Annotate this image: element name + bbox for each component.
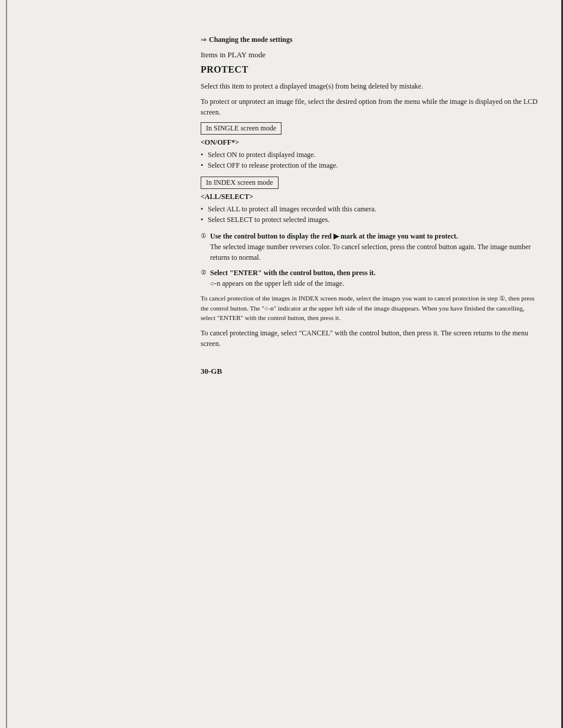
- all-select-bullets: Select ALL to protect all images recorde…: [201, 204, 539, 225]
- left-border: [6, 0, 7, 728]
- left-margin: [0, 0, 201, 728]
- step1-bold: Use the control button to display the re…: [210, 232, 458, 240]
- page: ⇒ Changing the mode settings Items in PL…: [0, 0, 563, 728]
- step2-sub: ○-n appears on the upper left side of th…: [210, 279, 344, 288]
- step1-content: Use the control button to display the re…: [210, 231, 539, 263]
- protect-desc2: To protect or unprotect an image file, s…: [201, 96, 539, 117]
- step2-bold: Select "ENTER" with the control button, …: [210, 269, 375, 277]
- protect-section: PROTECT Select this item to protect a di…: [201, 64, 539, 349]
- protect-desc1: Select this item to protect a displayed …: [201, 81, 539, 92]
- step1-item: ① Use the control button to display the …: [201, 231, 539, 263]
- all-select-bullet1: Select ALL to protect all images recorde…: [201, 204, 539, 214]
- step1-num: ①: [201, 231, 207, 263]
- all-select-bullet2: Select SELECT to protect selected images…: [201, 214, 539, 225]
- on-off-label: <ON/OFF*>: [201, 138, 539, 147]
- arrow-symbol: ⇒: [201, 35, 207, 44]
- step2-num: ②: [201, 267, 207, 289]
- on-off-bullet2: Select OFF to release protection of the …: [201, 160, 539, 171]
- step1-sub: The selected image number reverses color…: [210, 243, 531, 262]
- on-off-bullet1: Select ON to protect displayed image.: [201, 149, 539, 160]
- index-screen-mode-box: In INDEX screen mode: [201, 177, 279, 189]
- protect-title: PROTECT: [201, 64, 539, 75]
- single-screen-mode-box: In SINGLE screen mode: [201, 122, 282, 135]
- cancel-protect-text: To cancel protecting image, select "CANC…: [201, 328, 539, 349]
- section-heading: ⇒ Changing the mode settings: [201, 35, 539, 44]
- page-number: 30-GB: [201, 367, 539, 376]
- content-area: ⇒ Changing the mode settings Items in PL…: [201, 0, 563, 728]
- step2-content: Select "ENTER" with the control button, …: [210, 267, 375, 289]
- all-select-label: <ALL/SELECT>: [201, 192, 539, 201]
- cancel-index-text: To cancel protection of the images in IN…: [201, 293, 539, 323]
- section-heading-text: Changing the mode settings: [209, 35, 293, 44]
- items-play-mode-label: Items in PLAY mode: [201, 50, 539, 60]
- step2-item: ② Select "ENTER" with the control button…: [201, 267, 539, 289]
- on-off-bullets: Select ON to protect displayed image. Se…: [201, 149, 539, 171]
